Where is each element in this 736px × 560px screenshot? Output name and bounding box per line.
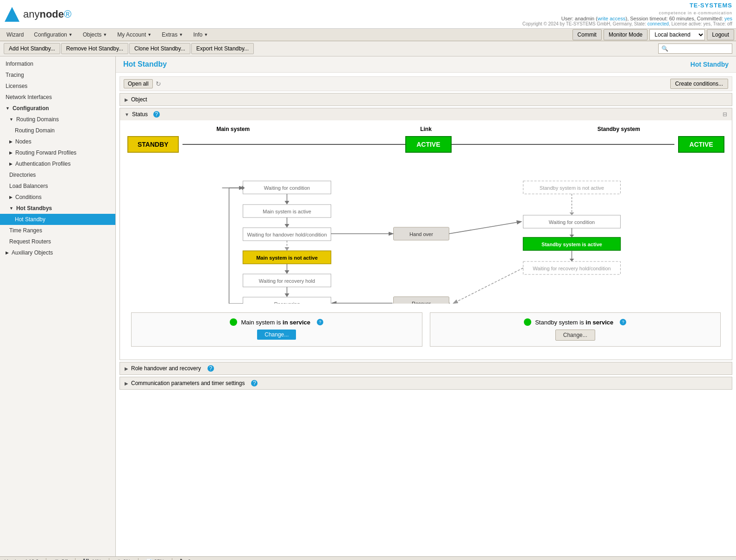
- collapse-icon[interactable]: ⊟: [723, 111, 727, 118]
- logout-button[interactable]: Logout: [707, 29, 734, 40]
- search-input[interactable]: [658, 44, 732, 54]
- expand-arrow-hot-standbys: ▼: [9, 206, 13, 211]
- sidebar-item-authentication-profiles[interactable]: ▶ Authentication Profiles: [0, 158, 115, 169]
- monitor-mode-button[interactable]: Monitor Mode: [604, 29, 648, 40]
- nav-configuration[interactable]: Configuration ▼: [29, 29, 77, 41]
- status-help-icon[interactable]: ?: [153, 111, 160, 118]
- create-conditions-button[interactable]: Create conditions...: [670, 79, 728, 89]
- sidebar-auth-label: Authentication Profiles: [15, 161, 70, 167]
- nav-objects[interactable]: Objects ▼: [78, 29, 112, 41]
- sidebar-network-interfaces-label: Network Interfaces: [6, 94, 52, 100]
- svg-text:Hand over: Hand over: [409, 231, 433, 237]
- username: anadmin: [575, 16, 594, 21]
- sidebar-item-routing-forward-profiles[interactable]: ▶ Routing Forward Profiles: [0, 147, 115, 158]
- nav-objects-label: Objects: [83, 31, 102, 38]
- standby-service-help-icon[interactable]: ?: [620, 319, 626, 325]
- expand-arrow-nodes: ▶: [9, 139, 13, 144]
- commit-button[interactable]: Commit: [572, 29, 602, 40]
- sidebar-item-information[interactable]: Information: [0, 58, 115, 69]
- sidebar-item-auxiliary-objects[interactable]: ▶ Auxiliary Objects: [0, 247, 115, 258]
- committed-value: yes: [724, 16, 732, 21]
- clone-hot-standby-button[interactable]: Clone Hot Standby...: [129, 43, 190, 54]
- main-service-status-text: in service: [283, 319, 310, 326]
- main-change-button[interactable]: Change...: [257, 330, 296, 340]
- svg-marker-13: [285, 247, 289, 251]
- sb-sep-1: [46, 558, 46, 560]
- add-hot-standby-button[interactable]: Add Hot Standby...: [4, 43, 60, 54]
- sidebar-load-balancers-label: Load Balancers: [9, 183, 48, 189]
- sidebar-item-licenses[interactable]: Licenses: [0, 81, 115, 92]
- standby-service-status-text: in service: [585, 319, 613, 326]
- object-section-header[interactable]: ▶ Object: [120, 93, 732, 106]
- export-hot-standby-button[interactable]: Export Hot Standby...: [191, 43, 254, 54]
- nav-wizard[interactable]: Wizard: [2, 29, 28, 41]
- refresh-icon[interactable]: ↻: [156, 80, 161, 87]
- communication-params-help-icon[interactable]: ?: [251, 380, 258, 386]
- main-service-help-icon[interactable]: ?: [317, 319, 323, 325]
- sidebar-rfp-label: Routing Forward Profiles: [15, 149, 76, 156]
- main-service-label: Main system is in service: [241, 319, 310, 326]
- sidebar-aux-label: Auxiliary Objects: [12, 249, 53, 256]
- sidebar-item-configuration[interactable]: ▼ Configuration: [0, 103, 115, 114]
- sidebar-item-tracing[interactable]: Tracing: [0, 69, 115, 81]
- sidebar: Information Tracing Licenses Network Int…: [0, 56, 116, 556]
- flow-diagram: Main system Link Standby system STANDBY: [120, 120, 732, 360]
- svg-marker-35: [570, 235, 574, 237]
- sidebar-item-load-balancers[interactable]: Load Balancers: [0, 180, 115, 192]
- standby-status-dot: [524, 318, 531, 326]
- main-service-text: Main system is: [241, 319, 281, 326]
- role-handover-header[interactable]: ▶ Role handover and recovery ?: [120, 362, 732, 374]
- sidebar-information-label: Information: [6, 61, 33, 67]
- expand-arrow-rfp: ▶: [9, 150, 13, 155]
- sidebar-item-directories[interactable]: Directories: [0, 169, 115, 180]
- nav-extras-label: Extras: [162, 31, 177, 38]
- nav-extras[interactable]: Extras ▼: [157, 29, 188, 41]
- sidebar-item-routing-domains[interactable]: ▼ Routing Domains: [0, 114, 115, 125]
- content-header: Hot Standby Hot Standby: [116, 56, 736, 73]
- sidebar-item-hot-standbys[interactable]: ▼ Hot Standbys: [0, 203, 115, 214]
- sidebar-routing-domain-label: Routing Domain: [15, 127, 55, 134]
- sidebar-item-time-ranges[interactable]: Time Ranges: [0, 225, 115, 236]
- write-access-link[interactable]: write access: [598, 16, 626, 21]
- standby-service-status: Standby system is in service ?: [524, 318, 626, 326]
- sb-sep-3: [109, 558, 109, 560]
- open-all-button[interactable]: Open all: [124, 79, 153, 88]
- cpu-status: ⚙ 9%: [117, 559, 131, 560]
- sidebar-directories-label: Directories: [9, 172, 36, 178]
- sidebar-item-request-routers[interactable]: Request Routers: [0, 236, 115, 247]
- sidebar-item-routing-domain[interactable]: Routing Domain: [0, 125, 115, 136]
- user-info: User: anadmin (write access), Session ti…: [522, 16, 732, 21]
- communication-params-header[interactable]: ▶ Communication parameters and timer set…: [120, 377, 732, 389]
- svg-text:Waiting for condition: Waiting for condition: [264, 185, 310, 191]
- content-title: Hot Standby: [123, 60, 167, 68]
- svg-text:Standby system is active: Standby system is active: [541, 242, 602, 247]
- backend-select[interactable]: Local backend: [649, 29, 705, 40]
- session-info: Session timeout: 60 minutes, Committed:: [630, 16, 723, 21]
- role-handover-help-icon[interactable]: ?: [208, 365, 214, 372]
- nav-info[interactable]: Info ▼: [189, 29, 213, 41]
- sidebar-item-hot-standby[interactable]: Hot Standby: [0, 214, 115, 225]
- standby-change-button[interactable]: Change...: [555, 330, 595, 341]
- standby-service-card: Standby system is in service ? Change...: [430, 312, 721, 347]
- object-section: ▶ Object: [120, 93, 732, 106]
- disk-icon: 💾: [83, 559, 89, 560]
- logo-icon: [4, 6, 20, 23]
- expand-arrow-routing-domains: ▼: [9, 117, 13, 122]
- sidebar-routing-domains-label: Routing Domains: [16, 116, 59, 123]
- svg-marker-5: [285, 201, 289, 205]
- status-section-header[interactable]: ▼ Status ? ⊟: [120, 108, 732, 120]
- systems-header: Main system Link Standby system: [127, 126, 724, 132]
- sidebar-item-network-interfaces[interactable]: Network Interfaces: [0, 92, 115, 103]
- sidebar-item-nodes[interactable]: ▶ Nodes: [0, 136, 115, 147]
- svg-marker-9: [285, 224, 289, 228]
- flow-svg: Waiting for condition Main system is act…: [127, 160, 724, 304]
- open-all-bar: Open all ↻ Create conditions...: [120, 76, 732, 91]
- remove-hot-standby-button[interactable]: Remove Hot Standby...: [61, 43, 128, 54]
- nav-my-account[interactable]: My Account ▼: [113, 29, 156, 41]
- link-state-box: ACTIVE: [405, 136, 452, 153]
- svg-text:Standby system is not active: Standby system is not active: [540, 185, 604, 191]
- sidebar-item-conditions[interactable]: ▶ Conditions: [0, 192, 115, 203]
- nav-extras-arrow: ▼: [179, 32, 183, 37]
- svg-text:Waiting for handover hold/cond: Waiting for handover hold/condition: [247, 232, 327, 237]
- states-row: STANDBY ACTIVE ACTIVE: [127, 136, 724, 153]
